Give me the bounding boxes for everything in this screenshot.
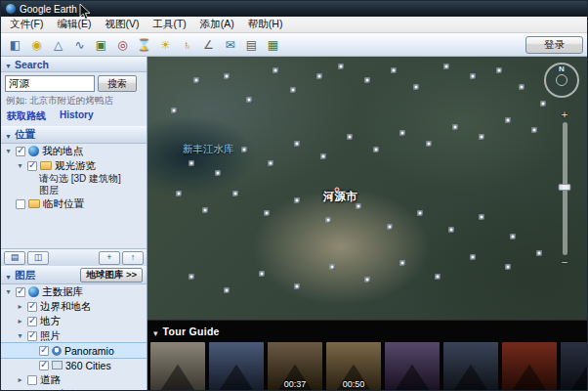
- photo-marker[interactable]: [295, 197, 300, 202]
- checkbox[interactable]: [39, 346, 49, 356]
- tree-item[interactable]: ▸3D 建筑: [1, 387, 147, 390]
- photo-marker[interactable]: [325, 218, 330, 223]
- photo-marker[interactable]: [348, 134, 353, 139]
- photo-marker[interactable]: [365, 77, 370, 82]
- search-panel-header[interactable]: Search: [1, 57, 147, 72]
- menu-item[interactable]: 视图(V): [98, 17, 146, 32]
- tour-guide-collapse-icon[interactable]: [153, 323, 158, 340]
- photo-marker[interactable]: [202, 207, 207, 212]
- photo-marker[interactable]: [290, 88, 295, 93]
- historical-imagery-button[interactable]: ⌛: [134, 35, 154, 54]
- title-bar[interactable]: Google Earth: [1, 1, 587, 17]
- tree-item[interactable]: Panoramio: [1, 343, 147, 358]
- layers-panel-header[interactable]: 图层 地球图库 >>: [1, 266, 147, 284]
- places-search-button[interactable]: ▤: [4, 251, 25, 265]
- photo-marker[interactable]: [387, 224, 392, 229]
- compass-ring[interactable]: N: [544, 63, 579, 98]
- photo-marker[interactable]: [453, 124, 458, 129]
- tour-thumbnail[interactable]: [502, 342, 557, 390]
- polygon-button[interactable]: △: [48, 35, 68, 54]
- photo-marker[interactable]: [357, 204, 361, 209]
- checkbox[interactable]: [27, 390, 37, 391]
- sidebar-toggle-button[interactable]: ◧: [5, 35, 25, 54]
- photo-marker[interactable]: [339, 65, 344, 69]
- history-link[interactable]: History: [60, 109, 93, 123]
- expander-icon[interactable]: ▸: [16, 302, 24, 311]
- tour-thumbnail[interactable]: [150, 342, 205, 390]
- expander-icon[interactable]: ▾: [16, 161, 24, 170]
- photo-marker[interactable]: [444, 65, 449, 69]
- photo-marker[interactable]: [392, 67, 397, 72]
- checkbox[interactable]: [16, 287, 25, 297]
- photo-marker[interactable]: [264, 211, 269, 216]
- record-tour-button[interactable]: ◎: [112, 35, 133, 54]
- get-directions-link[interactable]: 获取路线: [7, 109, 46, 123]
- photo-marker[interactable]: [497, 67, 502, 72]
- photo-marker[interactable]: [400, 261, 405, 266]
- checkbox[interactable]: [27, 317, 37, 326]
- photo-marker[interactable]: [273, 67, 277, 72]
- photo-marker[interactable]: [448, 228, 453, 233]
- tree-item[interactable]: ▸道路: [1, 372, 147, 387]
- photo-marker[interactable]: [427, 141, 432, 146]
- photo-marker[interactable]: [506, 264, 511, 269]
- photo-marker[interactable]: [316, 74, 321, 79]
- photo-marker[interactable]: [225, 287, 230, 292]
- places-view-button[interactable]: ◫: [27, 251, 49, 265]
- photo-marker[interactable]: [189, 161, 194, 166]
- tour-thumbnail[interactable]: 00:50: [326, 342, 381, 390]
- tree-item[interactable]: ▾我的地点: [1, 144, 147, 158]
- photo-marker[interactable]: [471, 254, 476, 259]
- zoom-track[interactable]: [563, 122, 567, 255]
- tour-thumbnail[interactable]: [561, 342, 587, 390]
- photo-marker[interactable]: [541, 101, 546, 106]
- search-button[interactable]: 搜索: [98, 75, 137, 92]
- planets-button[interactable]: ♄: [177, 35, 197, 54]
- photo-marker[interactable]: [172, 108, 177, 112]
- photo-marker[interactable]: [269, 161, 273, 166]
- photo-marker[interactable]: [330, 264, 335, 269]
- tree-item[interactable]: ▾观光游览: [1, 158, 147, 173]
- sunlight-button[interactable]: ☀: [155, 35, 176, 54]
- photo-marker[interactable]: [374, 148, 379, 152]
- tree-item[interactable]: ▸边界和地名: [1, 299, 147, 314]
- tour-thumbnail[interactable]: 00:37: [268, 342, 322, 390]
- expander-icon[interactable]: ▸: [16, 375, 24, 384]
- photo-marker[interactable]: [519, 84, 524, 89]
- photo-marker[interactable]: [225, 74, 230, 79]
- places-panel-header[interactable]: 位置: [1, 126, 147, 144]
- photo-marker[interactable]: [295, 284, 300, 289]
- checkbox[interactable]: [16, 147, 25, 156]
- checkbox[interactable]: [27, 302, 37, 312]
- ruler-button[interactable]: ∠: [198, 35, 219, 54]
- photo-marker[interactable]: [176, 191, 181, 196]
- tour-thumbnail[interactable]: [443, 342, 498, 390]
- checkbox[interactable]: [27, 375, 37, 385]
- photo-marker[interactable]: [233, 191, 238, 196]
- photo-marker[interactable]: [471, 74, 476, 79]
- email-button[interactable]: ✉: [220, 35, 240, 54]
- menu-item[interactable]: 工具(T): [146, 17, 192, 32]
- tree-item[interactable]: 请勾选 [3D 建筑物] 图层: [1, 173, 147, 196]
- menu-item[interactable]: 文件(F): [3, 17, 50, 32]
- photo-marker[interactable]: [189, 275, 194, 280]
- zoom-slider[interactable]: + −: [556, 109, 573, 268]
- checkbox[interactable]: [39, 361, 49, 370]
- expander-icon[interactable]: ▾: [4, 287, 13, 296]
- city-marker-icon[interactable]: [334, 188, 339, 193]
- zoom-out-button[interactable]: −: [562, 257, 567, 268]
- print-button[interactable]: ▤: [241, 35, 262, 54]
- photo-marker[interactable]: [193, 77, 198, 82]
- path-button[interactable]: ∿: [69, 35, 90, 54]
- tree-item[interactable]: ▾主数据库: [1, 284, 147, 299]
- zoom-in-button[interactable]: +: [562, 109, 567, 120]
- photo-marker[interactable]: [436, 275, 441, 280]
- checkbox[interactable]: [27, 161, 37, 171]
- tour-thumbnail[interactable]: [209, 342, 264, 390]
- expander-icon[interactable]: ▾: [4, 147, 13, 155]
- photo-marker[interactable]: [532, 128, 537, 133]
- checkbox[interactable]: [16, 199, 25, 209]
- photo-marker[interactable]: [365, 278, 370, 282]
- places-add-button[interactable]: +: [99, 251, 120, 265]
- photo-marker[interactable]: [260, 271, 265, 276]
